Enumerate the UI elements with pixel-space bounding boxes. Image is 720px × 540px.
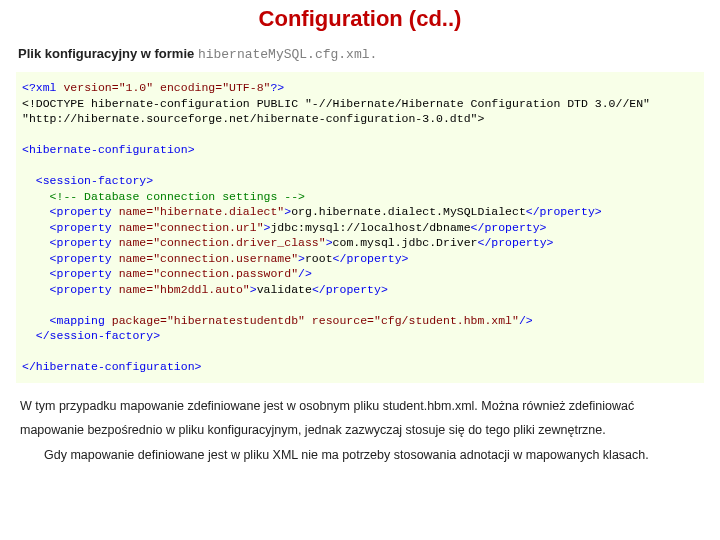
xml-decl-attrs: version="1.0" encoding="UTF-8": [63, 81, 270, 94]
p6-mid: >: [250, 283, 257, 296]
p6-val: validate: [257, 283, 312, 296]
slide: Configuration (cd..) Plik konfiguracyjny…: [0, 0, 720, 540]
p1-attr: name="hibernate.dialect": [119, 205, 285, 218]
session-open: <session-factory>: [22, 174, 153, 187]
page-title: Configuration (cd..): [12, 6, 708, 32]
xml-decl-close: ?>: [270, 81, 284, 94]
p3-val: com.mysql.jdbc.Driver: [333, 236, 478, 249]
session-close: </session-factory>: [22, 329, 160, 342]
intro-line: Plik konfiguracyjny w formie hibernateMy…: [18, 46, 708, 62]
p3-attr: name="connection.driver_class": [119, 236, 326, 249]
p2-val: jdbc:mysql://localhost/dbname: [270, 221, 470, 234]
p4-attr: name="connection.username": [119, 252, 298, 265]
p1-close: </property>: [526, 205, 602, 218]
xml-decl-open: <?xml: [22, 81, 63, 94]
comment: <!-- Database connection settings -->: [22, 190, 305, 203]
paragraph-1: W tym przypadku mapowanie zdefiniowane j…: [20, 395, 700, 443]
hib-conf-open: <hibernate-configuration>: [22, 143, 195, 156]
p2-close: </property>: [471, 221, 547, 234]
map-open: <mapping: [22, 314, 112, 327]
p1-open: <property: [22, 205, 119, 218]
hib-conf-close: </hibernate-configuration>: [22, 360, 201, 373]
paragraph-2: Gdy mapowanie definiowane jest w pliku X…: [20, 444, 700, 468]
p3-close: </property>: [478, 236, 554, 249]
intro-text: Plik konfiguracyjny w formie: [18, 46, 198, 61]
p6-attr: name="hbm2ddl.auto": [119, 283, 250, 296]
p5-open: <property: [22, 267, 119, 280]
p4-open: <property: [22, 252, 119, 265]
p2-attr: name="connection.url": [119, 221, 264, 234]
p3-mid: >: [326, 236, 333, 249]
p4-mid: >: [298, 252, 305, 265]
intro-filename: hibernateMySQL.cfg.xml.: [198, 47, 377, 62]
code-block: <?xml version="1.0" encoding="UTF-8"?> <…: [16, 72, 704, 383]
p4-close: </property>: [333, 252, 409, 265]
map-attrs: package="hibernatestudentdb" resource="c…: [112, 314, 519, 327]
p3-open: <property: [22, 236, 119, 249]
p4-val: root: [305, 252, 333, 265]
p5-close: />: [298, 267, 312, 280]
p6-open: <property: [22, 283, 119, 296]
map-close: />: [519, 314, 533, 327]
p2-open: <property: [22, 221, 119, 234]
doctype: <!DOCTYPE hibernate-configuration PUBLIC…: [22, 97, 657, 126]
p1-val: org.hibernate.dialect.MySQLDialect: [291, 205, 526, 218]
p6-close: </property>: [312, 283, 388, 296]
p5-attr: name="connection.password": [119, 267, 298, 280]
